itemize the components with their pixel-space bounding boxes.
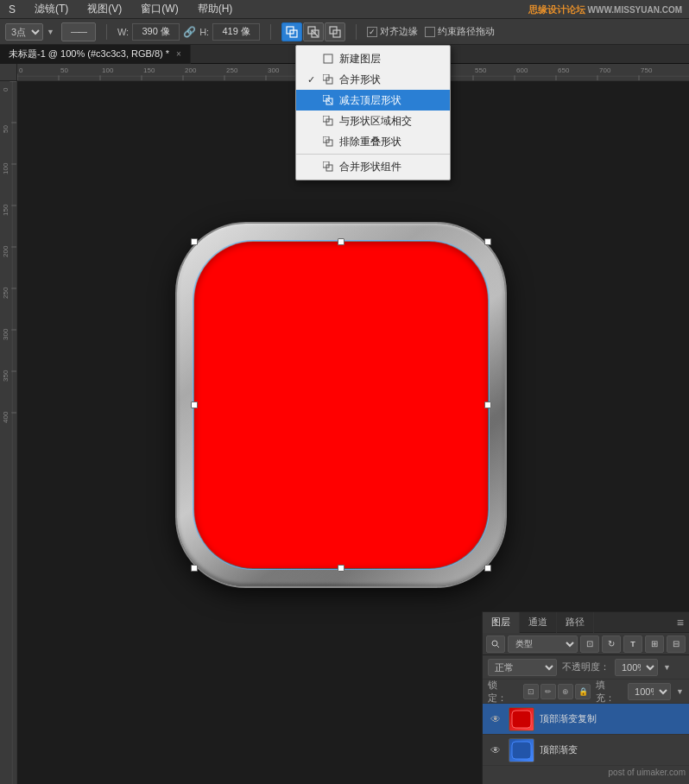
opacity-label: 不透明度：: [562, 661, 610, 673]
fill-arrow: ▼: [676, 687, 684, 696]
dropdown-menu: 新建图层 ✓ 合并形状 减去顶层形状 与形状区域相交 排除重叠形状: [295, 45, 451, 180]
width-input[interactable]: [132, 23, 180, 41]
svg-text:650: 650: [558, 67, 570, 75]
opacity-select[interactable]: 100%: [615, 659, 658, 676]
merge-shape-icon: [322, 73, 334, 85]
layers-tool-btn3[interactable]: T: [623, 635, 642, 653]
ruler-corner: [0, 64, 17, 81]
dropdown-item-merge-components[interactable]: 合并形状组件: [296, 156, 450, 177]
height-input[interactable]: [212, 23, 260, 41]
layer-item-2[interactable]: 👁 顶部渐变: [483, 735, 689, 766]
layer-eye-1[interactable]: 👁: [488, 711, 503, 727]
subtract-top-label: 减去顶层形状: [339, 93, 401, 108]
layers-toolbar: 类型 ⊡ ↻ T ⊞ ⊟: [483, 633, 689, 655]
svg-text:600: 600: [516, 67, 528, 75]
size-select[interactable]: 3点: [5, 23, 43, 41]
svg-text:150: 150: [3, 204, 10, 216]
merge-shape-label: 合并形状: [339, 73, 381, 87]
svg-text:350: 350: [3, 370, 10, 382]
handle-bottom-left[interactable]: [191, 565, 198, 572]
tab-close-btn[interactable]: ×: [176, 49, 181, 59]
handle-mid-right[interactable]: [484, 401, 491, 408]
layer-name-2: 顶部渐变: [540, 743, 684, 756]
opacity-arrow: ▼: [663, 663, 671, 672]
dropdown-item-exclude[interactable]: 排除重叠形状: [296, 131, 450, 152]
align-edge-checkbox[interactable]: ✓ 对齐边缘: [367, 25, 418, 38]
toolbar: 3点 ▼ —— W: 🔗 H: ✓ 对齐边缘 约束: [0, 19, 689, 45]
shape-mode-btn-subtract[interactable]: [303, 22, 324, 41]
subtract-top-icon: [322, 94, 334, 106]
layers-tool-btn4[interactable]: ⊞: [645, 635, 664, 653]
layers-tabs: 图层 通道 路径 ≡: [483, 612, 689, 633]
dropdown-item-merge-shape[interactable]: ✓ 合并形状: [296, 69, 450, 90]
handle-top-left[interactable]: [191, 238, 198, 245]
svg-text:100: 100: [102, 67, 114, 75]
checkmark-merge-shape: ✓: [305, 74, 317, 85]
svg-text:50: 50: [3, 124, 10, 133]
handle-top-right[interactable]: [484, 238, 491, 245]
ruler-vertical: 0 50 100 150 200 250 300 350 400: [0, 81, 17, 784]
site-title: 思缘设计论坛: [528, 3, 585, 16]
shape-mode-btn-intersect[interactable]: [325, 22, 345, 41]
svg-text:50: 50: [60, 67, 69, 75]
shape-mode-btn-combine[interactable]: [281, 22, 302, 41]
svg-rect-41: [0, 81, 16, 784]
svg-text:700: 700: [599, 67, 611, 75]
svg-text:250: 250: [226, 67, 238, 75]
tab-channels[interactable]: 通道: [520, 612, 557, 633]
lock-icon-edit[interactable]: ✏: [540, 684, 556, 699]
menu-item-window[interactable]: 窗口(W): [137, 0, 181, 18]
align-edge-cb-box: ✓: [367, 27, 377, 37]
layers-blend-row: 正常 不透明度： 100% ▼: [483, 655, 689, 680]
lock-icon-pixel[interactable]: ⊡: [523, 684, 539, 699]
handle-mid-left[interactable]: [191, 401, 198, 408]
layers-tool-btn2[interactable]: ↻: [602, 635, 621, 653]
icon-outer-ring: [177, 224, 505, 586]
post-badge-label: post of uimaker.com: [609, 768, 686, 777]
layers-expand-btn[interactable]: ≡: [672, 612, 689, 633]
blend-mode-select[interactable]: 正常: [488, 659, 557, 676]
size-dropdown-arrow[interactable]: ▼: [47, 28, 54, 36]
svg-text:0: 0: [19, 67, 23, 75]
layers-lock-row: 锁定： ⊡ ✏ ⊕ 🔒 填充： 100% ▼: [483, 680, 689, 704]
svg-text:250: 250: [3, 287, 10, 299]
layer-item-1[interactable]: 👁 顶部渐变复制: [483, 704, 689, 735]
dropdown-item-intersect[interactable]: 与形状区域相交: [296, 111, 450, 131]
fill-select[interactable]: 100%: [628, 683, 671, 700]
intersect-label: 与形状区域相交: [339, 114, 412, 129]
layer-thumb-2: [509, 738, 534, 762]
handle-bottom-center[interactable]: [338, 565, 344, 572]
svg-text:550: 550: [475, 67, 487, 75]
layers-tool-btn1[interactable]: ⊡: [580, 635, 599, 653]
tab-label: 未标题-1 @ 100% (#c3c3c3, RGB/8) *: [9, 47, 169, 60]
svg-rect-78: [512, 742, 531, 759]
tab-layers[interactable]: 图层: [483, 612, 520, 633]
layers-search-btn[interactable]: [486, 635, 505, 653]
line-style-btn[interactable]: ——: [61, 22, 96, 41]
handle-bottom-right[interactable]: [484, 565, 491, 572]
svg-text:750: 750: [641, 67, 653, 75]
svg-rect-61: [324, 54, 332, 63]
menu-item-s[interactable]: S: [5, 2, 19, 17]
menu-item-filter[interactable]: 滤镜(T): [31, 0, 72, 18]
site-url: WWW.MISSYUAN.COM: [588, 5, 682, 15]
lock-icon-move[interactable]: ⊕: [558, 684, 573, 699]
handle-top-center[interactable]: [338, 238, 344, 245]
lock-icon-all[interactable]: 🔒: [575, 684, 591, 699]
menu-item-view[interactable]: 视图(V): [84, 0, 125, 18]
layers-type-select[interactable]: 类型: [508, 635, 578, 653]
line-style-group: ——: [61, 22, 96, 41]
main-tab[interactable]: 未标题-1 @ 100% (#c3c3c3, RGB/8) * ×: [0, 45, 191, 64]
fill-label: 填充：: [596, 679, 623, 705]
dropdown-item-subtract-top[interactable]: 减去顶层形状: [296, 90, 450, 111]
tab-paths[interactable]: 路径: [557, 612, 594, 633]
constrain-path-checkbox[interactable]: 约束路径拖动: [425, 25, 495, 38]
dropdown-separator: [296, 154, 450, 155]
lock-icons-group: ⊡ ✏ ⊕ 🔒: [523, 684, 591, 699]
height-label: H:: [199, 27, 209, 37]
menu-item-help[interactable]: 帮助(H): [194, 0, 237, 18]
dropdown-item-new-layer[interactable]: 新建图层: [296, 48, 450, 69]
layers-panel: 图层 通道 路径 ≡ 类型 ⊡ ↻ T ⊞ ⊟ 正常 不透明度： 100% ▼ …: [482, 611, 689, 784]
layer-eye-2[interactable]: 👁: [488, 743, 503, 758]
layers-tool-btn5[interactable]: ⊟: [667, 635, 686, 653]
